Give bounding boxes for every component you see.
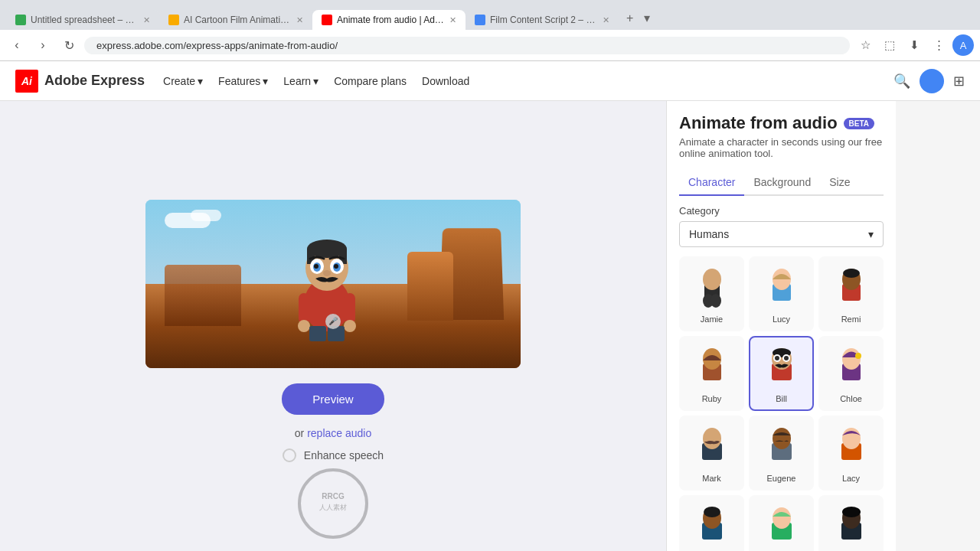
char-card-mark[interactable]: Mark: [679, 416, 744, 491]
svg-point-25: [710, 294, 721, 308]
char-avatar-11: [759, 501, 805, 547]
tab-label-animate: Animate from audio | Adobe E...: [337, 15, 445, 25]
char-avatar-lacy: [828, 422, 874, 468]
tab-spreadsheet[interactable]: Untitled spreadsheet – Google ... ✕: [6, 10, 159, 30]
replace-audio-link[interactable]: replace audio: [307, 427, 371, 439]
replace-audio-row: or replace audio: [295, 427, 371, 439]
url-input[interactable]: [84, 37, 850, 54]
tab-size[interactable]: Size: [820, 170, 859, 196]
char-name-remi: Remi: [841, 315, 861, 324]
bookmark-icon[interactable]: ☆: [854, 34, 876, 56]
beta-badge: BETA: [844, 118, 874, 129]
char-card-eugene[interactable]: Eugene: [749, 416, 814, 491]
nav-create[interactable]: Create ▾: [163, 75, 203, 87]
char-avatar-lucy: [759, 262, 805, 308]
svg-point-23: [703, 269, 721, 290]
right-panel-body: Category Humans ▾ Jamie: [667, 196, 896, 551]
tool-title-row: Animate from audio BETA: [679, 113, 884, 133]
char-avatar-mark: [689, 422, 735, 468]
svg-point-16: [344, 320, 356, 332]
char-card-lucy[interactable]: Lucy: [749, 256, 814, 331]
reload-button[interactable]: ↻: [58, 34, 80, 56]
char-name-mark: Mark: [702, 474, 720, 483]
svg-point-51: [704, 507, 720, 517]
tab-close-cartoon[interactable]: ✕: [296, 15, 303, 25]
character-grid: Jamie Lucy: [679, 256, 884, 551]
svg-point-39: [784, 356, 789, 360]
char-card-remi[interactable]: Remi: [818, 256, 884, 331]
category-chevron-icon: ▾: [868, 228, 874, 240]
svg-point-41: [842, 348, 861, 370]
char-name-chloe: Chloe: [840, 394, 862, 403]
char-avatar-10: [689, 501, 735, 547]
nav-download[interactable]: Download: [422, 75, 469, 87]
char-avatar-chloe: [828, 342, 874, 388]
char-card-chloe[interactable]: Chloe: [818, 336, 884, 411]
char-card-10[interactable]: [679, 495, 744, 551]
extension-icon[interactable]: ⬚: [879, 34, 900, 56]
nav-compare[interactable]: Compare plans: [334, 75, 407, 87]
tab-favicon-film: [475, 15, 485, 25]
char-card-11[interactable]: [749, 495, 814, 551]
adobe-header-icons: 🔍 ⊞: [893, 69, 965, 93]
settings-icon[interactable]: ⋮: [928, 34, 949, 56]
tab-close-animate[interactable]: ✕: [449, 15, 456, 25]
svg-rect-13: [299, 293, 309, 324]
tab-character[interactable]: Character: [679, 170, 744, 196]
char-name-bill: Bill: [776, 394, 787, 403]
back-button[interactable]: ‹: [6, 34, 28, 56]
svg-rect-14: [345, 293, 355, 324]
char-name-lacy: Lacy: [842, 474, 860, 483]
svg-point-44: [703, 428, 721, 449]
svg-point-10: [314, 264, 318, 269]
nav-features[interactable]: Features ▾: [218, 75, 268, 87]
svg-point-15: [298, 320, 310, 332]
char-avatar-bill: [759, 342, 805, 388]
mic-indicator: 🎤: [325, 314, 341, 329]
adobe-logo[interactable]: Ai Adobe Express: [15, 70, 145, 93]
svg-point-56: [842, 507, 861, 517]
toolbar-icons: ☆ ⬚ ⬇ ⋮ A: [854, 34, 974, 56]
svg-point-38: [775, 356, 779, 360]
char-card-12[interactable]: [818, 495, 884, 551]
tab-cartoon[interactable]: AI Cartoon Film Animation – C... ✕: [159, 10, 312, 30]
header-profile-avatar[interactable]: [920, 69, 944, 93]
enhance-speech-label: Enhance speech: [304, 449, 384, 461]
tool-description: Animate a character in seconds using our…: [679, 136, 884, 159]
tab-bar: Untitled spreadsheet – Google ... ✕ AI C…: [0, 0, 980, 30]
nav-learn[interactable]: Learn ▾: [283, 75, 318, 87]
char-name-jamie: Jamie: [701, 315, 723, 324]
adobe-nav: Create ▾ Features ▾ Learn ▾ Compare plan…: [163, 75, 469, 87]
svg-rect-17: [309, 326, 326, 341]
tab-animate[interactable]: Animate from audio | Adobe E... ✕: [312, 10, 466, 30]
header-apps-icon[interactable]: ⊞: [953, 73, 965, 90]
svg-point-12: [323, 270, 331, 276]
tab-close-spreadsheet[interactable]: ✕: [143, 15, 150, 25]
svg-point-46: [773, 428, 791, 449]
tab-close-film[interactable]: ✕: [603, 15, 609, 25]
svg-text:人人素材: 人人素材: [319, 504, 347, 511]
profile-avatar[interactable]: A: [952, 34, 974, 56]
char-card-lacy[interactable]: Lacy: [818, 416, 884, 491]
enhance-speech-radio[interactable]: [283, 448, 296, 462]
left-panel: 🎤 Preview or replace audio Enhance speec…: [0, 101, 666, 551]
tab-background[interactable]: Background: [744, 170, 820, 196]
new-tab-button[interactable]: +: [619, 7, 641, 30]
svg-point-53: [773, 507, 791, 529]
char-card-jamie[interactable]: Jamie: [679, 256, 744, 331]
svg-text:RRCG: RRCG: [322, 492, 345, 500]
forward-button[interactable]: ›: [32, 34, 54, 56]
tab-film[interactable]: Film Content Script 2 – Googl... ✕: [466, 10, 619, 30]
tab-list-chevron[interactable]: ▾: [641, 6, 653, 30]
char-card-ruby[interactable]: Ruby: [679, 336, 744, 411]
char-card-bill[interactable]: Bill: [749, 336, 814, 411]
char-avatar-jamie: [689, 262, 735, 308]
preview-button[interactable]: Preview: [282, 383, 384, 415]
tab-favicon-animate: [322, 15, 332, 25]
tab-label-cartoon: AI Cartoon Film Animation – C...: [184, 15, 292, 25]
svg-point-11: [334, 264, 338, 269]
char-avatar-12: [828, 501, 874, 547]
download-icon[interactable]: ⬇: [903, 34, 925, 56]
header-search-icon[interactable]: 🔍: [893, 73, 910, 90]
category-select[interactable]: Humans ▾: [679, 221, 884, 247]
